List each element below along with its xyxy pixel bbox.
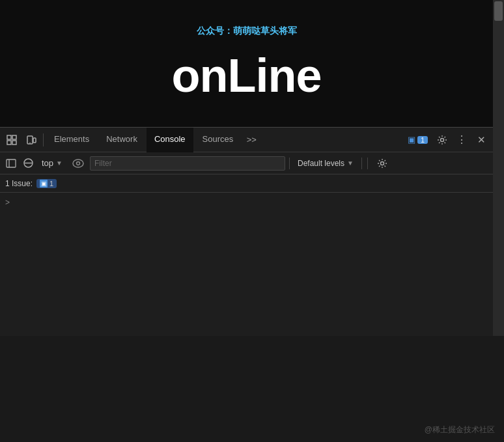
wechat-label: 公众号：萌萌哒草头将军 — [197, 25, 297, 37]
settings-button[interactable] — [433, 131, 451, 149]
svg-point-7 — [441, 138, 444, 141]
tab-elements[interactable]: Elements — [46, 128, 97, 152]
gear-icon — [437, 135, 447, 145]
svg-rect-3 — [12, 141, 16, 145]
eye-icon — [72, 159, 84, 168]
svg-point-12 — [73, 159, 83, 167]
tab-console[interactable]: Console — [147, 128, 193, 152]
issue-icon: ▣ — [40, 180, 48, 187]
svg-point-6 — [29, 142, 31, 143]
svg-rect-8 — [7, 159, 16, 167]
prompt-arrow-icon: > — [5, 198, 10, 207]
levels-label: Default levels — [298, 159, 344, 168]
clear-console-button[interactable] — [21, 156, 35, 171]
issue-count: 1 — [49, 180, 53, 187]
scrollbar-thumb[interactable] — [494, 1, 503, 21]
svg-point-13 — [76, 161, 79, 165]
browser-content: 公众号：萌萌哒草头将军 onLine — [0, 0, 493, 127]
main-heading: onLine — [172, 49, 322, 102]
context-label: top — [42, 158, 53, 168]
device-icon — [26, 135, 36, 145]
levels-chevron-icon: ▼ — [347, 159, 354, 167]
console-output: > — [0, 193, 493, 336]
wechat-name: 萌萌哒草头将军 — [233, 25, 297, 36]
log-levels-selector[interactable]: Default levels ▼ — [294, 158, 357, 169]
watermark: @稀土掘金技术社区 — [425, 424, 495, 435]
tab-sources[interactable]: Sources — [195, 128, 242, 152]
row2-divider-2 — [361, 158, 362, 169]
issues-prefix: 1 Issue: — [5, 179, 33, 188]
inspect-element-button[interactable] — [3, 131, 21, 149]
console-gear-icon — [377, 158, 387, 169]
filter-input[interactable] — [90, 156, 285, 171]
badge-count: 1 — [417, 136, 428, 144]
chevron-down-icon: ▼ — [56, 159, 63, 167]
context-selector[interactable]: top ▼ — [38, 157, 66, 169]
devtools-toolbar-row1: Elements Network Console Sources >> ▣ — [0, 128, 493, 152]
tab-network[interactable]: Network — [98, 128, 145, 152]
console-prompt-row[interactable]: > — [5, 195, 488, 210]
svg-point-14 — [380, 161, 384, 165]
close-icon: ✕ — [477, 134, 486, 146]
svg-rect-1 — [12, 135, 16, 139]
more-tabs-button[interactable]: >> — [242, 131, 260, 149]
svg-rect-2 — [7, 141, 11, 145]
device-toolbar-button[interactable] — [22, 131, 40, 149]
badge-icon: ▣ — [408, 135, 415, 145]
console-settings-button[interactable] — [373, 154, 391, 173]
close-devtools-button[interactable]: ✕ — [472, 131, 490, 149]
issues-badge-button[interactable]: ▣ 1 — [404, 133, 432, 146]
devtools-panel: Elements Network Console Sources >> ▣ — [0, 127, 504, 336]
issues-bar: 1 Issue: ▣ 1 — [0, 174, 493, 193]
sidebar-toggle-button[interactable] — [4, 156, 18, 171]
inspect-icon — [7, 135, 17, 145]
issue-badge[interactable]: ▣ 1 — [36, 179, 57, 188]
svg-rect-5 — [33, 138, 36, 143]
scrollbar-track[interactable] — [493, 0, 504, 127]
row2-divider-1 — [289, 158, 290, 169]
ellipsis-icon: ⋮ — [456, 133, 468, 146]
row2-divider-3 — [367, 158, 368, 169]
sidebar-icon — [6, 158, 16, 169]
more-options-button[interactable]: ⋮ — [453, 131, 471, 149]
devtools-toolbar-row2: top ▼ Default levels ▼ — [0, 152, 493, 174]
clear-icon — [23, 158, 33, 168]
devtools-inner: Elements Network Console Sources >> ▣ — [0, 127, 493, 336]
wechat-prefix: 公众号： — [197, 25, 233, 36]
live-expressions-button[interactable] — [69, 154, 87, 173]
devtools-scrollbar[interactable] — [493, 127, 504, 336]
toolbar-divider-1 — [43, 133, 44, 146]
svg-rect-0 — [7, 135, 11, 139]
